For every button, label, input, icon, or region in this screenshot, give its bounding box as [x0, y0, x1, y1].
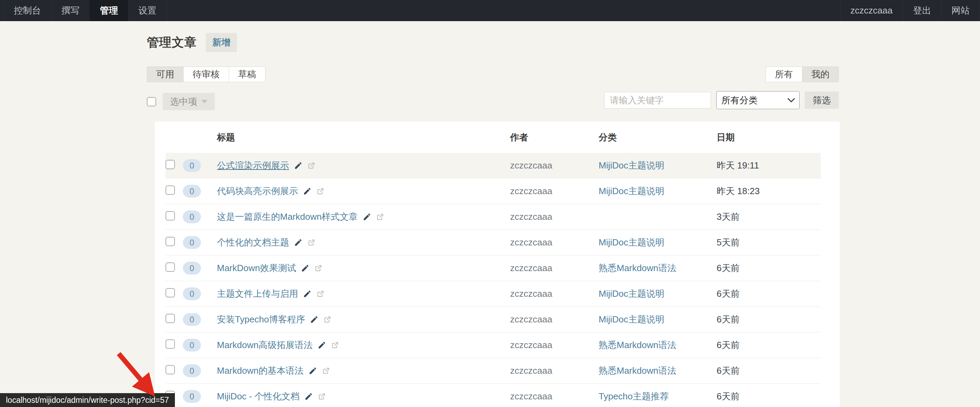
- comment-count-badge[interactable]: 0: [183, 236, 201, 249]
- post-author: zczczcaaa: [510, 211, 599, 222]
- post-title-link[interactable]: 主题文件上传与启用: [217, 288, 298, 300]
- external-link-icon[interactable]: [331, 341, 339, 349]
- external-link-icon[interactable]: [376, 213, 384, 221]
- post-date: 6天前: [717, 339, 821, 351]
- site-link[interactable]: 网站: [941, 0, 980, 21]
- external-link-icon[interactable]: [323, 315, 331, 323]
- edit-icon[interactable]: [309, 366, 317, 375]
- edit-icon[interactable]: [304, 392, 313, 401]
- post-title-link[interactable]: 安装Typecho博客程序: [217, 314, 305, 326]
- post-status-tabs: 可用 待审核 草稿: [147, 67, 266, 82]
- post-date: 6天前: [717, 288, 821, 300]
- row-checkbox[interactable]: [165, 211, 175, 220]
- edit-icon[interactable]: [310, 315, 318, 324]
- row-comments-cell: 0: [183, 236, 217, 249]
- tab-draft[interactable]: 草稿: [229, 67, 266, 82]
- row-checkbox[interactable]: [165, 185, 175, 195]
- comment-count-badge[interactable]: 0: [183, 313, 201, 326]
- post-category-link[interactable]: MijiDoc主题说明: [599, 237, 664, 247]
- filter-submit-button[interactable]: 筛选: [805, 92, 839, 109]
- post-title-link[interactable]: MijiDoc - 个性化文档: [217, 390, 299, 402]
- row-comments-cell: 0: [183, 287, 217, 300]
- page-header: 管理文章 新增: [147, 33, 237, 52]
- page-title: 管理文章: [147, 34, 197, 51]
- logout-link[interactable]: 登出: [903, 0, 941, 21]
- nav-item-console[interactable]: 控制台: [3, 0, 51, 21]
- external-link-icon[interactable]: [317, 187, 325, 195]
- comment-count-badge[interactable]: 0: [183, 390, 201, 403]
- row-checkbox[interactable]: [165, 314, 175, 323]
- category-select[interactable]: 所有分类: [716, 91, 800, 109]
- edit-icon[interactable]: [363, 212, 371, 221]
- post-category-link[interactable]: 熟悉Markdown语法: [599, 366, 676, 376]
- post-date: 6天前: [717, 262, 821, 274]
- table-row: 0 MarkDown效果测试 zczczcaaa 熟悉Markdown语法 6天…: [165, 255, 821, 281]
- row-checkbox[interactable]: [165, 339, 175, 349]
- post-category-link[interactable]: 熟悉Markdown语法: [599, 340, 676, 350]
- row-comments-cell: 0: [183, 390, 217, 403]
- comment-count-badge[interactable]: 0: [183, 185, 201, 198]
- edit-icon[interactable]: [294, 238, 302, 247]
- tab-all-posts[interactable]: 所有: [765, 67, 802, 82]
- edit-icon[interactable]: [303, 187, 312, 196]
- row-checkbox[interactable]: [165, 263, 175, 272]
- post-title-link[interactable]: 这是一篇原生的Markdown样式文章: [217, 211, 358, 223]
- post-author: zczczcaaa: [510, 391, 599, 402]
- table-row: 0 这是一篇原生的Markdown样式文章 zczczcaaa 3天前: [165, 204, 821, 230]
- external-link-icon[interactable]: [307, 239, 315, 247]
- edit-icon[interactable]: [294, 161, 302, 170]
- search-input[interactable]: [604, 92, 711, 109]
- comment-count-badge[interactable]: 0: [183, 211, 201, 223]
- comment-count-badge[interactable]: 0: [183, 287, 201, 300]
- external-link-icon[interactable]: [314, 264, 322, 272]
- browser-status-bar: localhost/mijidoc/admin/write-post.php?c…: [0, 393, 175, 407]
- row-comments-cell: 0: [183, 313, 217, 326]
- external-link-icon[interactable]: [322, 367, 330, 375]
- table-row: 0 Markdown高级拓展语法 zczczcaaa 熟悉Markdown语法 …: [165, 333, 821, 358]
- post-category-link[interactable]: 熟悉Markdown语法: [599, 263, 676, 273]
- topbar-username[interactable]: zczczcaaa: [840, 0, 903, 21]
- row-checkbox[interactable]: [165, 160, 175, 169]
- add-post-button[interactable]: 新增: [206, 33, 237, 52]
- post-author: zczczcaaa: [510, 340, 599, 350]
- post-category-link[interactable]: Typecho主题推荐: [599, 391, 669, 401]
- comment-count-badge[interactable]: 0: [183, 364, 201, 377]
- tab-my-posts[interactable]: 我的: [802, 67, 839, 82]
- select-all-checkbox[interactable]: [147, 97, 156, 106]
- row-category-cell: 熟悉Markdown语法: [599, 339, 717, 351]
- post-title-link[interactable]: Markdown高级拓展语法: [217, 339, 313, 351]
- nav-item-settings[interactable]: 设置: [128, 0, 167, 21]
- post-category-link[interactable]: MijiDoc主题说明: [599, 314, 664, 325]
- post-date: 6天前: [717, 314, 821, 326]
- comment-count-badge[interactable]: 0: [183, 339, 201, 352]
- nav-item-write[interactable]: 撰写: [51, 0, 89, 21]
- post-title-link[interactable]: 个性化的文档主题: [217, 236, 289, 249]
- nav-item-manage[interactable]: 管理: [89, 0, 128, 21]
- post-title-link[interactable]: 代码块高亮示例展示: [217, 185, 298, 197]
- post-category-link[interactable]: MijiDoc主题说明: [599, 186, 664, 196]
- post-category-link[interactable]: MijiDoc主题说明: [599, 288, 664, 299]
- row-checkbox[interactable]: [165, 237, 175, 246]
- external-link-icon[interactable]: [307, 162, 315, 169]
- tab-published[interactable]: 可用: [147, 67, 184, 82]
- tab-waiting-review[interactable]: 待审核: [183, 67, 229, 82]
- edit-icon[interactable]: [318, 341, 326, 350]
- row-checkbox[interactable]: [165, 365, 175, 374]
- row-title-cell: Markdown的基本语法: [217, 365, 510, 377]
- comment-count-badge[interactable]: 0: [183, 262, 201, 275]
- row-comments-cell: 0: [183, 339, 217, 352]
- external-link-icon[interactable]: [317, 290, 325, 298]
- edit-icon[interactable]: [301, 264, 310, 272]
- bulk-actions-dropdown[interactable]: 选中项: [163, 93, 215, 110]
- edit-icon[interactable]: [303, 290, 312, 298]
- comment-count-badge[interactable]: 0: [183, 159, 201, 172]
- table-header-row: 标题 作者 分类 日期: [165, 122, 821, 153]
- external-link-icon[interactable]: [318, 393, 326, 401]
- bulk-actions-row: 选中项: [147, 93, 215, 110]
- post-title-link[interactable]: Markdown的基本语法: [217, 365, 304, 377]
- row-checkbox[interactable]: [165, 288, 175, 298]
- post-title-link[interactable]: MarkDown效果测试: [217, 262, 296, 274]
- post-category-link[interactable]: MijiDoc主题说明: [599, 160, 664, 171]
- row-category-cell: 熟悉Markdown语法: [599, 365, 717, 377]
- post-title-link[interactable]: 公式渲染示例展示: [217, 160, 289, 172]
